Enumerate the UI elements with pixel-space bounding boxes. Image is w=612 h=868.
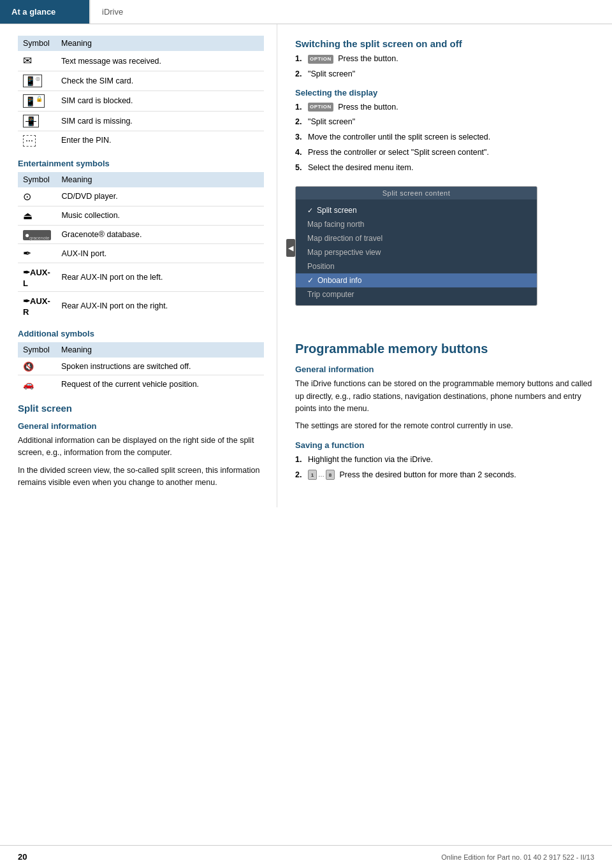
meaning-cell: Text message was received.: [56, 51, 264, 71]
symbol-cell: 📱🔒: [18, 91, 56, 112]
meaning-cell: Check the SIM card.: [56, 71, 264, 91]
split-screen-section-title: Split screen: [18, 403, 264, 414]
saving-section-title: Saving a function: [295, 440, 594, 450]
additional-section-title: Additional symbols: [18, 329, 264, 338]
music-collection-icon: ⏏: [23, 210, 33, 221]
step-number: 1.: [295, 53, 308, 65]
list-item: 1. OPTION Press the button.: [295, 53, 594, 65]
communication-symbols-table: Symbol Meaning ✉ Text message was receiv…: [18, 36, 264, 150]
pin-icon: ⋯: [23, 135, 36, 147]
page-footer: 20 Online Edition for Part no. 01 40 2 9…: [0, 845, 612, 868]
mem-btn-8: 8: [326, 470, 335, 480]
page-number: 20: [18, 852, 27, 862]
menu-item-map-perspective[interactable]: Map perspective view: [296, 245, 537, 259]
header-tab-idrive[interactable]: iDrive: [89, 0, 135, 24]
list-item: 2. 1 … 8 Press the desired button for mo…: [295, 469, 594, 481]
header-left-label: At a glance: [11, 7, 55, 17]
table-row: ⋯ Enter the PIN.: [18, 131, 264, 150]
split-screen-menu-popup: Split screen content Split screen Map fa…: [295, 186, 537, 306]
selecting-section-title: Selecting the display: [295, 88, 594, 98]
menu-item-position[interactable]: Position: [296, 259, 537, 273]
ent-header-symbol: Symbol: [18, 172, 56, 187]
checkmark-icon: ✓: [307, 276, 314, 285]
split-screen-general-info-title: General information: [18, 421, 264, 431]
page-header: At a glance iDrive: [0, 0, 612, 24]
aux-r-icon: ✒AUX-R: [23, 296, 50, 317]
programmable-section-title: Programmable memory buttons: [295, 340, 594, 357]
add-header-meaning: Meaning: [56, 342, 264, 358]
left-arrow-button[interactable]: ◀: [286, 239, 295, 257]
split-screen-text1: Additional information can be displayed …: [18, 435, 264, 459]
table-row: ⏏ Music collection.: [18, 206, 264, 225]
list-item: 1. OPTION Press the button.: [295, 101, 594, 113]
step-content: Select the desired menu item.: [308, 162, 594, 174]
menu-item-split-screen[interactable]: Split screen: [296, 203, 537, 217]
step-content: "Split screen": [308, 68, 594, 80]
meaning-cell: Music collection.: [56, 206, 264, 225]
symbol-cell: ✒AUX-L: [18, 263, 56, 292]
main-content: Symbol Meaning ✉ Text message was receiv…: [0, 24, 612, 507]
list-item: 3. Move the controller until the split s…: [295, 131, 594, 143]
header-tab-at-a-glance[interactable]: At a glance: [0, 0, 89, 24]
switching-steps-list: 1. OPTION Press the button. 2. "Split sc…: [295, 53, 594, 80]
gracenote-icon: ●gracenote: [23, 230, 51, 240]
add-header-symbol: Symbol: [18, 342, 56, 358]
list-item: 2. "Split screen": [295, 68, 594, 80]
footer-copyright: Online Edition for Part no. 01 40 2 917 …: [441, 853, 594, 861]
step-content: Highlight the function via the iDrive.: [308, 454, 594, 466]
split-screen-text2: In the divided screen view, the so-calle…: [18, 465, 264, 489]
table-row: 🔇 Spoken instructions are switched off.: [18, 358, 264, 375]
symbol-cell: 📱◎: [18, 71, 56, 91]
menu-item-map-north[interactable]: Map facing north: [296, 217, 537, 231]
table-row: ⊙ CD/DVD player.: [18, 187, 264, 206]
prog-general-info-text1: The iDrive functions can be stored on th…: [295, 378, 594, 415]
comm-table-header-meaning: Meaning: [56, 36, 264, 51]
meaning-cell: SIM card is missing.: [56, 111, 264, 131]
symbol-cell: ⊙: [18, 187, 56, 206]
step-number: 3.: [295, 131, 308, 143]
prog-general-info-title: General information: [295, 365, 594, 374]
envelope-icon: ✉: [23, 55, 32, 67]
mem-btn-1: 1: [308, 470, 317, 480]
menu-item-trip-computer[interactable]: Trip computer: [296, 287, 537, 301]
sim-missing-icon: 📱: [23, 115, 39, 127]
meaning-cell: Spoken instructions are switched off.: [56, 358, 264, 375]
step-number: 4.: [295, 147, 308, 159]
meaning-cell: Enter the PIN.: [56, 131, 264, 150]
menu-item-onboard-info[interactable]: ✓Onboard info: [296, 273, 537, 287]
table-row: 📱◎ Check the SIM card.: [18, 71, 264, 91]
meaning-cell: CD/DVD player.: [56, 187, 264, 206]
list-item: 1. Highlight the function via the iDrive…: [295, 454, 594, 466]
step-content: OPTION Press the button.: [308, 53, 594, 65]
symbol-cell: 🔇: [18, 358, 56, 375]
list-item: 2. "Split screen": [295, 116, 594, 128]
symbol-cell: ✒AUX-R: [18, 292, 56, 321]
meaning-cell: SIM card is blocked.: [56, 91, 264, 112]
step-number: 2.: [295, 68, 308, 80]
split-screen-image-container: ◀ Split screen content Split screen Map …: [295, 180, 537, 316]
aux-l-icon: ✒AUX-L: [23, 268, 50, 288]
step-content: 1 … 8 Press the desired button for more …: [308, 469, 594, 481]
step-content: Move the controller until the split scre…: [308, 131, 594, 143]
table-row: ✒ AUX-IN port.: [18, 244, 264, 263]
entertainment-symbols-table: Symbol Meaning ⊙ CD/DVD player. ⏏ Music …: [18, 172, 264, 320]
list-item: 4. Press the controller or select "Split…: [295, 147, 594, 159]
meaning-cell: Rear AUX-IN port on the left.: [56, 263, 264, 292]
programmable-title-text: Programmable memory buttons: [295, 342, 488, 356]
right-column: Switching the split screen on and off 1.…: [277, 24, 612, 507]
prog-general-info-text2: The settings are stored for the remote c…: [295, 420, 594, 432]
table-row: 🚗 Request of the current vehicle positio…: [18, 375, 264, 393]
menu-item-map-direction[interactable]: Map direction of travel: [296, 231, 537, 245]
step-content: "Split screen": [308, 116, 594, 128]
step-content: OPTION Press the button.: [308, 101, 594, 113]
symbol-cell: 🚗: [18, 375, 56, 393]
sim-blocked-icon: 📱🔒: [23, 94, 45, 108]
table-row: ●gracenote Gracenote® database.: [18, 225, 264, 243]
symbol-cell: ✒: [18, 244, 56, 263]
symbol-cell: 📱: [18, 111, 56, 131]
selecting-steps-list: 1. OPTION Press the button. 2. "Split sc…: [295, 101, 594, 174]
comm-table-header-symbol: Symbol: [18, 36, 56, 51]
table-row: 📱 SIM card is missing.: [18, 111, 264, 131]
symbol-cell: ✉: [18, 51, 56, 71]
memory-button-icons: 1 … 8: [308, 470, 335, 480]
